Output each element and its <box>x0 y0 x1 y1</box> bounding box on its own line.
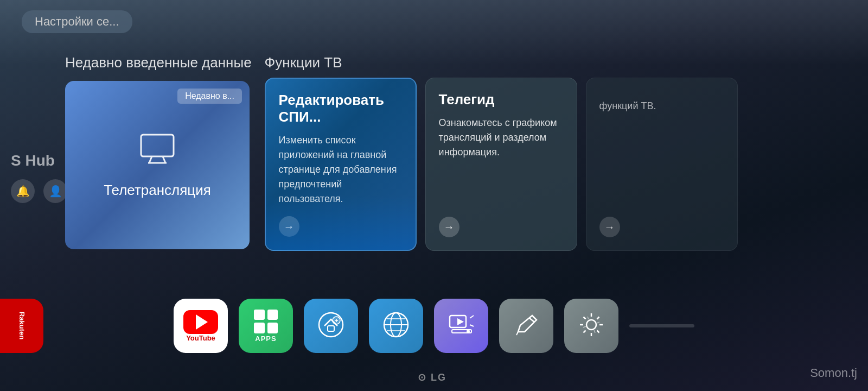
apps-grid-icon <box>254 310 278 333</box>
settings-icon <box>577 310 606 342</box>
settings-label[interactable]: Настройки се... <box>22 10 132 33</box>
youtube-play-icon <box>196 314 208 330</box>
media-app[interactable] <box>434 299 488 353</box>
func-card-edit-title: Редактировать СПИ... <box>279 92 403 125</box>
apps-label: APPS <box>255 335 276 343</box>
app-bar: YouTube APPS <box>0 293 868 358</box>
svg-rect-5 <box>328 326 334 331</box>
svg-point-20 <box>586 320 596 330</box>
recently-card-title: Телетрансляция <box>104 182 211 199</box>
svg-line-18 <box>529 318 534 322</box>
media-icon <box>446 310 476 342</box>
svg-point-15 <box>467 330 470 333</box>
tv-icon <box>138 132 176 172</box>
recently-section-title: Недавно введенные данные <box>65 54 252 71</box>
func-card-guide-title: Телегид <box>439 91 564 108</box>
func-card-partial-arrow: → <box>599 217 620 237</box>
svg-marker-13 <box>457 318 464 325</box>
svg-rect-0 <box>141 135 174 156</box>
top-bar: Настройки се... <box>0 0 868 43</box>
watermark: Somon.tj <box>810 366 857 380</box>
func-card-guide-desc: Ознакомьтесь с графиком трансляций и раз… <box>439 116 564 160</box>
func-card-partial-desc: функций ТВ. <box>599 99 724 113</box>
func-card-guide[interactable]: Телегид Ознакомьтесь с графиком трансляц… <box>425 78 577 251</box>
tv-screen: Настройки се... S Hub 🔔 👤 Недавно введен… <box>0 0 868 391</box>
tv-functions-section: Функции ТВ Редактировать СПИ... Изменить… <box>265 54 868 251</box>
section-row: Недавно введенные данные Недавно в... Те… <box>65 43 868 251</box>
svg-line-1 <box>149 156 152 163</box>
svg-point-4 <box>319 313 343 337</box>
hub-brand: S Hub <box>11 152 55 169</box>
youtube-icon <box>183 310 218 334</box>
browser-app[interactable] <box>369 299 423 353</box>
youtube-app[interactable]: YouTube <box>174 299 228 353</box>
func-card-edit[interactable]: Редактировать СПИ... Изменить список при… <box>265 78 417 251</box>
notification-icon[interactable]: 🔔 <box>11 179 35 203</box>
smarthome-app[interactable] <box>304 299 358 353</box>
lg-logo: ⊙ LG <box>418 370 450 386</box>
app-bar-separator <box>629 324 694 327</box>
browser-icon <box>381 310 411 342</box>
tv-functions-title: Функции ТВ <box>265 54 868 71</box>
main-content: Недавно введенные данные Недавно в... Те… <box>65 43 868 293</box>
recently-used-section: Недавно введенные данные Недавно в... Те… <box>65 54 252 249</box>
svg-line-17 <box>470 325 474 326</box>
svg-line-19 <box>516 332 518 335</box>
func-card-guide-arrow: → <box>439 217 459 237</box>
youtube-label: YouTube <box>186 334 215 342</box>
recently-badge: Недавно в... <box>177 89 242 104</box>
settings-app[interactable] <box>564 299 618 353</box>
svg-line-16 <box>470 316 474 318</box>
edit-icon <box>513 311 540 340</box>
profile-icon[interactable]: 👤 <box>43 179 67 203</box>
func-card-edit-arrow: → <box>279 216 299 237</box>
svg-text:⊙ LG: ⊙ LG <box>418 372 446 383</box>
func-card-partial[interactable]: функций ТВ. → <box>586 78 738 251</box>
func-card-edit-desc: Изменить список приложений на главной ст… <box>279 133 403 206</box>
recently-card[interactable]: Недавно в... Телетрансляция <box>65 81 250 249</box>
top-icons: 🔔 👤 <box>11 179 67 203</box>
edit-app[interactable] <box>499 299 553 353</box>
apps-app[interactable]: APPS <box>239 299 293 353</box>
svg-line-2 <box>163 156 165 163</box>
smarthome-icon <box>317 311 345 341</box>
functions-cards: Редактировать СПИ... Изменить список при… <box>265 78 868 251</box>
